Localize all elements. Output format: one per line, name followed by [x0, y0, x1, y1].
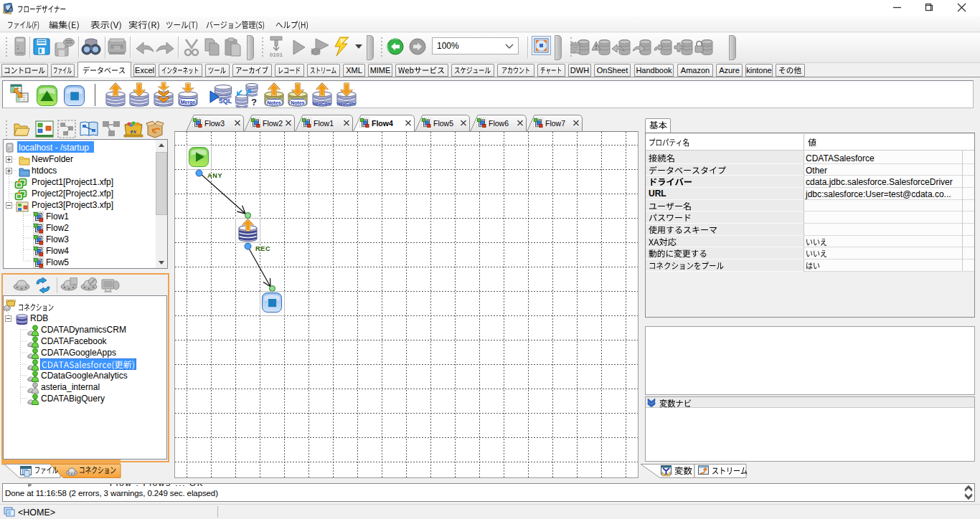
svg-text:$$$: $$$ [113, 45, 120, 49]
svg-text:Flow : Flow5 ... OK: Flow : Flow5 ... OK [110, 483, 204, 487]
svg-text:Flow2: Flow2 [263, 119, 283, 128]
svg-text:?: ? [251, 97, 257, 108]
svg-text:Flow1: Flow1 [314, 119, 334, 128]
svg-text:ANY: ANY [207, 172, 222, 179]
svg-text:Merge: Merge [181, 100, 196, 105]
svg-text:Flow3: Flow3 [204, 119, 225, 128]
svg-text:REC: REC [255, 245, 270, 252]
svg-text:Flow5: Flow5 [433, 119, 453, 128]
svg-text:NeoCore: NeoCore [313, 101, 332, 106]
svg-text:SQL: SQL [219, 97, 232, 105]
svg-text:NeoCore: NeoCore [337, 101, 357, 106]
svg-text:0101: 0101 [270, 52, 283, 57]
svg-text:Flow4: Flow4 [372, 119, 393, 128]
svg-text:Notes: Notes [291, 100, 305, 105]
svg-text:Notes: Notes [267, 100, 281, 105]
svg-text:Flow6: Flow6 [489, 119, 509, 128]
svg-text:ex: ex [131, 128, 137, 135]
svg-text:Flow7: Flow7 [545, 119, 565, 128]
